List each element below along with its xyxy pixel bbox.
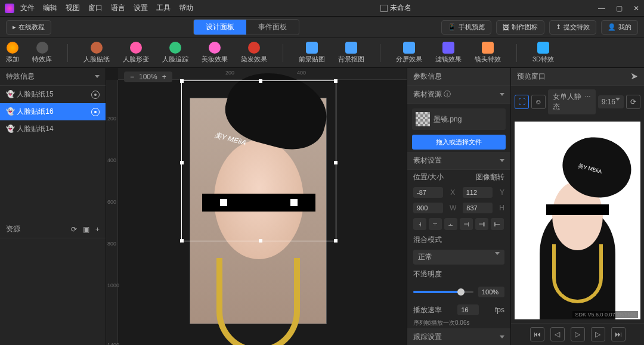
tool-add[interactable]: 添加 bbox=[6, 42, 19, 64]
menu-edit[interactable]: 编辑 bbox=[43, 3, 57, 13]
divider bbox=[380, 44, 380, 62]
pos-y-input[interactable] bbox=[463, 187, 493, 198]
checker-icon bbox=[416, 112, 430, 126]
menu-tools[interactable]: 工具 bbox=[156, 3, 171, 13]
canvas-image[interactable]: 美Y MEiiA bbox=[190, 98, 327, 324]
zoom-out-icon[interactable]: − bbox=[130, 73, 134, 81]
pos-x-input[interactable] bbox=[413, 187, 443, 198]
close-button[interactable]: ✕ bbox=[633, 4, 639, 13]
online-tutorial-button[interactable]: ▸ 在线教程 bbox=[6, 20, 51, 35]
canvas[interactable]: 200 400 200 400 600 800 1000 1400 − 100%… bbox=[106, 68, 407, 345]
step-forward-button[interactable]: ▷ bbox=[591, 327, 605, 341]
submit-effect-button[interactable]: ↥ 提交特效 bbox=[549, 20, 596, 35]
chevron-down-icon bbox=[500, 93, 504, 96]
tool-makeup[interactable]: 美妆效果 bbox=[202, 42, 228, 64]
align-right-button[interactable]: ⫠ bbox=[444, 218, 457, 230]
tab-design[interactable]: 设计面板 bbox=[194, 20, 246, 35]
divider bbox=[283, 44, 283, 62]
tab-event[interactable]: 事件面板 bbox=[246, 20, 299, 35]
visibility-icon[interactable] bbox=[91, 108, 100, 116]
selection-box[interactable] bbox=[181, 80, 336, 241]
menu-file[interactable]: 文件 bbox=[20, 3, 35, 13]
menu-bar: 文件 编辑 视图 窗口 语言 设置 工具 帮助 bbox=[20, 3, 193, 13]
blend-mode-select[interactable]: 正常 bbox=[413, 250, 504, 265]
align-center-v-button[interactable]: ⫥ bbox=[475, 218, 488, 230]
layer-item[interactable]: 👻 人脸贴纸16 bbox=[0, 103, 106, 120]
resource-header: 资源 ⟳ ▣ + bbox=[0, 220, 106, 238]
chevron-down-icon[interactable] bbox=[95, 75, 100, 78]
minimize-button[interactable]: — bbox=[598, 4, 605, 13]
fps-label: fps bbox=[495, 306, 504, 314]
next-frame-button[interactable]: ⏭ bbox=[611, 327, 626, 341]
make-icon-button[interactable]: 🖼 制作图标 bbox=[496, 20, 544, 35]
tool-library[interactable]: 特效库 bbox=[32, 42, 52, 64]
tool-lens[interactable]: 镜头特效 bbox=[475, 42, 501, 64]
add-icon[interactable]: + bbox=[95, 225, 100, 234]
toolbar: 添加 特效库 人脸贴纸 人脸形变 人脸追踪 美妆效果 染发效果 前景贴图 背景抠… bbox=[0, 38, 644, 68]
aspect-ratio-select[interactable]: 9:16 bbox=[598, 95, 624, 108]
zoom-in-icon[interactable]: + bbox=[162, 73, 166, 81]
sdk-version: SDK V5.6.0 0.07MB/5MB bbox=[572, 311, 638, 318]
drag-select-button[interactable]: 拖入或选择文件 bbox=[412, 135, 506, 150]
tool-hair[interactable]: 染发效果 bbox=[241, 42, 267, 64]
preview-person-icon[interactable]: ⛶ bbox=[515, 95, 529, 109]
align-bottom-button[interactable]: ⫦ bbox=[491, 218, 504, 230]
chevron-down-icon bbox=[500, 159, 504, 162]
layer-item[interactable]: 👻 人脸贴纸15 bbox=[0, 86, 106, 103]
folder-icon[interactable]: ▣ bbox=[83, 225, 89, 234]
opacity-value[interactable] bbox=[478, 287, 504, 297]
app-logo bbox=[5, 4, 14, 13]
tool-split[interactable]: 分屏效果 bbox=[396, 42, 422, 64]
align-buttons: ⫞ ⫟ ⫠ ⫤ ⫥ ⫦ bbox=[407, 216, 510, 232]
material-settings-header[interactable]: 素材设置 bbox=[407, 152, 510, 170]
tool-foreground[interactable]: 前景贴图 bbox=[299, 42, 325, 64]
transport-controls: ⏮ ◁ ▷ ▷ ⏭ bbox=[511, 323, 644, 345]
preview-window-header: 预览窗口⮞ bbox=[511, 68, 644, 86]
step-back-button[interactable]: ◁ bbox=[550, 327, 565, 341]
preview-mode-select[interactable]: 女单人静态··· bbox=[548, 89, 596, 114]
play-rate-input[interactable] bbox=[457, 304, 479, 315]
param-info-header: 参数信息 bbox=[407, 68, 510, 86]
material-file[interactable]: 墨镜.png bbox=[412, 108, 506, 130]
play-rate-label: 播放速率 bbox=[413, 305, 442, 315]
tool-face-track[interactable]: 人脸追踪 bbox=[162, 42, 188, 64]
mine-button[interactable]: 👤 我的 bbox=[601, 20, 638, 35]
preview-image: 美Y MEiiA SDK V5.6.0 0.07MB/5MB bbox=[515, 122, 640, 319]
refresh-icon[interactable]: ⟳ bbox=[71, 225, 77, 234]
opacity-label: 不透明度 bbox=[413, 269, 442, 279]
material-resource-header[interactable]: 素材资源 ⓘ bbox=[407, 86, 510, 104]
chevron-down-icon bbox=[500, 335, 504, 338]
maximize-button[interactable]: ▢ bbox=[616, 4, 623, 13]
tool-filter[interactable]: 滤镜效果 bbox=[435, 42, 462, 64]
menu-view[interactable]: 视图 bbox=[66, 3, 80, 13]
prev-frame-button[interactable]: ⏮ bbox=[530, 327, 544, 341]
menu-language[interactable]: 语言 bbox=[111, 3, 125, 13]
tool-bg-cut[interactable]: 背景抠图 bbox=[338, 42, 364, 64]
divider bbox=[67, 44, 68, 62]
preview-face-icon[interactable]: ☺ bbox=[531, 95, 546, 109]
tool-face-sticker[interactable]: 人脸贴纸 bbox=[83, 42, 110, 64]
img-flip-label: 图像翻转 bbox=[476, 172, 504, 182]
sequence-text: 序列帧播放一次0.06s bbox=[407, 318, 510, 328]
tool-3d[interactable]: 3D特效 bbox=[532, 42, 554, 64]
visibility-icon[interactable] bbox=[91, 91, 100, 99]
track-settings-header[interactable]: 跟踪设置 bbox=[407, 328, 510, 345]
phone-preview-button[interactable]: 📱 手机预览 bbox=[441, 20, 491, 35]
width-input[interactable] bbox=[413, 203, 443, 213]
zoom-value: 100% bbox=[139, 73, 157, 81]
menu-settings[interactable]: 设置 bbox=[134, 3, 148, 13]
align-center-h-button[interactable]: ⫟ bbox=[429, 218, 442, 230]
zoom-control[interactable]: − 100% + bbox=[124, 72, 172, 82]
height-input[interactable] bbox=[463, 203, 493, 213]
menu-help[interactable]: 帮助 bbox=[179, 3, 193, 13]
refresh-preview-icon[interactable]: ⟳ bbox=[626, 95, 640, 109]
layer-item[interactable]: 👻 人脸贴纸14 bbox=[0, 120, 106, 138]
menu-window[interactable]: 窗口 bbox=[88, 3, 103, 13]
tool-face-morph[interactable]: 人脸形变 bbox=[123, 42, 149, 64]
play-button[interactable]: ▷ bbox=[571, 327, 585, 341]
opacity-slider[interactable] bbox=[413, 291, 473, 293]
expand-icon[interactable]: ⮞ bbox=[631, 73, 638, 81]
align-top-button[interactable]: ⫤ bbox=[460, 218, 473, 230]
align-left-button[interactable]: ⫞ bbox=[413, 218, 426, 230]
divider bbox=[516, 44, 517, 62]
